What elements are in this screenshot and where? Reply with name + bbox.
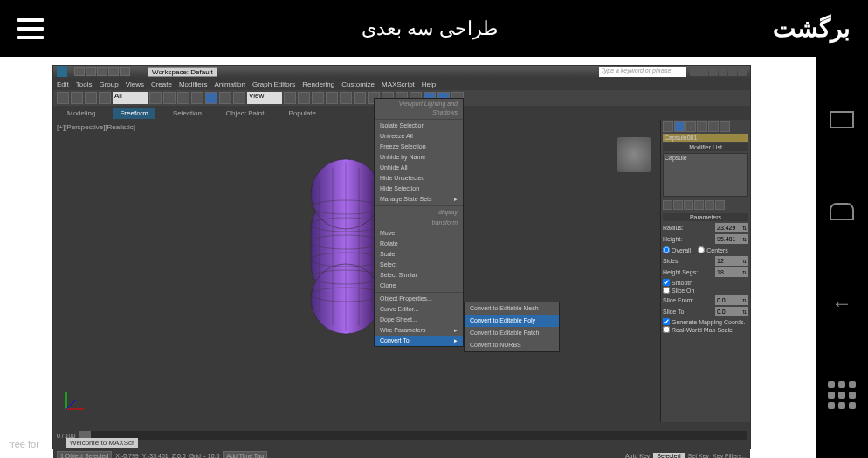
parameters-rollout[interactable]: Parameters (663, 213, 748, 221)
cm-unfreeze[interactable]: Unfreeze All (375, 131, 463, 142)
cm-curveed[interactable]: Curve Editor... (375, 304, 463, 315)
tool-name-icon[interactable] (163, 92, 176, 104)
tool-scale-icon[interactable] (233, 92, 245, 104)
recent-apps-icon[interactable] (828, 106, 856, 134)
cm-scale[interactable]: Scale (375, 249, 463, 260)
menu-views[interactable]: Views (126, 80, 144, 88)
sto-spinner[interactable]: 0.0 (715, 307, 748, 316)
tool-link-icon[interactable] (85, 92, 97, 104)
apps-grid-icon[interactable] (828, 381, 856, 409)
cm-hideunsel[interactable]: Hide Unselected (375, 173, 463, 184)
menu-animation[interactable]: Animation (214, 80, 245, 88)
object-name-field[interactable]: Capsule001 (663, 134, 748, 142)
selection-filter[interactable]: All (113, 92, 148, 104)
viewcube-icon[interactable] (617, 137, 651, 172)
cm-clone[interactable]: Clone (375, 281, 463, 291)
app-header: طراحی سه بعدی برگشت (0, 0, 868, 57)
cm-select[interactable]: Select (375, 260, 463, 270)
tool-window-icon[interactable] (191, 92, 203, 104)
sb-addtag[interactable]: Add Time Tag (223, 451, 267, 459)
tab-modeling[interactable]: Modeling (60, 108, 102, 119)
sb-y[interactable]: Y:-35.451 (142, 453, 169, 459)
sb-keyfilters[interactable]: Key Filters... (713, 453, 747, 459)
tool-rect-icon[interactable] (177, 92, 189, 104)
sb-mode[interactable]: Selected (653, 453, 684, 459)
sm-editmesh[interactable]: Convert to Editable Mesh (465, 302, 559, 315)
menu-grapheditors[interactable]: Graph Editors (252, 80, 295, 88)
cm-unhidename[interactable]: Unhide by Name (375, 152, 463, 163)
time-slider[interactable] (79, 431, 747, 440)
app-icon[interactable] (57, 66, 67, 77)
menu-maxscript[interactable]: MAXScript (382, 80, 415, 88)
tool-angle-icon[interactable] (312, 92, 324, 104)
tool-align-icon[interactable] (354, 92, 366, 104)
sm-nurbs[interactable]: Convert to NURBS (465, 339, 559, 351)
sm-editpoly[interactable]: Convert to Editable Poly (465, 315, 559, 327)
cm-unhideall[interactable]: Unhide All (375, 163, 463, 173)
watermark: free for (9, 439, 39, 449)
hamburger-menu-icon[interactable] (17, 18, 44, 39)
viewport-label[interactable]: [+][Perspective][Realistic] (57, 123, 135, 131)
menu-tools[interactable]: Tools (76, 80, 93, 88)
cm-freeze[interactable]: Freeze Selection (375, 142, 463, 152)
cm-hidesel[interactable]: Hide Selection (375, 184, 463, 194)
sfrom-spinner[interactable]: 0.0 (715, 295, 748, 305)
ref-coord[interactable]: View (247, 92, 282, 104)
tool-snap-icon[interactable] (298, 92, 310, 104)
search-input[interactable]: Type a keyword or phrase (599, 67, 686, 77)
tab-freeform[interactable]: Freeform (113, 108, 155, 119)
gencoords-checkbox[interactable]: Generate Mapping Coords. (663, 318, 748, 325)
menu-modifiers[interactable]: Modifiers (179, 80, 207, 88)
modify-tab-icon[interactable] (674, 121, 685, 132)
sides-spinner[interactable]: 12 (715, 256, 748, 266)
tool-percent-icon[interactable] (326, 92, 338, 104)
menu-customize[interactable]: Customize (341, 80, 375, 88)
menu-create[interactable]: Create (151, 80, 172, 88)
height-spinner[interactable]: 95.481 (715, 234, 748, 244)
modifier-stack[interactable]: Capsule (663, 153, 748, 197)
tool-redo-icon[interactable] (71, 92, 83, 104)
cm-selectsimilar[interactable]: Select Similar (375, 270, 463, 281)
modifier-list-dropdown[interactable]: Modifier List (663, 143, 748, 151)
tab-populate[interactable]: Populate (281, 108, 323, 119)
workspace-selector[interactable]: Workspace: Default (148, 67, 217, 77)
tab-selection[interactable]: Selection (166, 108, 209, 119)
menu-group[interactable]: Group (99, 80, 118, 88)
cm-statesets[interactable]: Manage State Sets (375, 194, 463, 205)
sb-setkey[interactable]: Set Key (688, 453, 710, 459)
tool-mirror-icon[interactable] (340, 92, 352, 104)
sb-x[interactable]: X:-0.799 (115, 453, 138, 459)
cm-wireparams[interactable]: Wire Parameters (375, 325, 463, 336)
viewport[interactable]: [+][Perspective][Realistic] (53, 120, 660, 422)
sb-autokey[interactable]: Auto Key (625, 453, 650, 459)
cm-convertto[interactable]: Convert To: (375, 336, 463, 346)
back-arrow-icon[interactable]: ← (828, 289, 856, 317)
tab-objectpaint[interactable]: Object Paint (219, 108, 272, 119)
tool-move-icon[interactable] (205, 92, 217, 104)
slice-checkbox[interactable]: Slice On (663, 287, 748, 294)
smooth-checkbox[interactable]: Smooth (663, 279, 748, 286)
sm-editpatch[interactable]: Convert to Editable Patch (465, 327, 559, 339)
menu-help[interactable]: Help (422, 80, 436, 88)
cm-objprops[interactable]: Object Properties... (375, 294, 463, 304)
menu-edit[interactable]: Edit (57, 80, 69, 88)
cm-dopesheet[interactable]: Dope Sheet... (375, 315, 463, 325)
centers-radio[interactable]: Centers (698, 246, 728, 253)
sb-z[interactable]: Z:0.0 (172, 453, 186, 459)
cm-rotate[interactable]: Rotate (375, 239, 463, 249)
tool-select-icon[interactable] (149, 92, 162, 104)
tool-unlink-icon[interactable] (99, 92, 111, 104)
radius-spinner[interactable]: 23.429 (715, 223, 748, 232)
rwscale-checkbox[interactable]: Real-World Map Scale (663, 326, 748, 333)
cm-isolate[interactable]: Isolate Selection (375, 121, 463, 131)
cm-move[interactable]: Move (375, 228, 463, 239)
timeline[interactable]: 0 / 100 (53, 422, 750, 448)
menu-rendering[interactable]: Rendering (302, 80, 334, 88)
overall-radio[interactable]: Overall (663, 246, 691, 253)
hsegs-spinner[interactable]: 18 (715, 267, 748, 277)
tool-rotate-icon[interactable] (219, 92, 231, 104)
home-icon[interactable] (828, 198, 856, 226)
tool-pivot-icon[interactable] (284, 92, 296, 104)
tool-undo-icon[interactable] (57, 92, 69, 104)
back-button[interactable]: برگشت (773, 14, 851, 43)
